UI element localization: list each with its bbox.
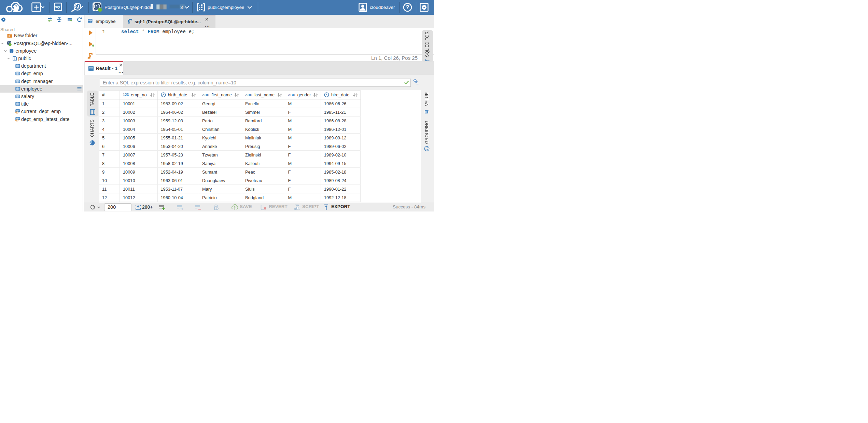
svg-text:?: ?	[406, 4, 409, 11]
svg-text:(+): (+)	[180, 207, 183, 210]
svg-text:SQL: SQL	[55, 5, 61, 9]
